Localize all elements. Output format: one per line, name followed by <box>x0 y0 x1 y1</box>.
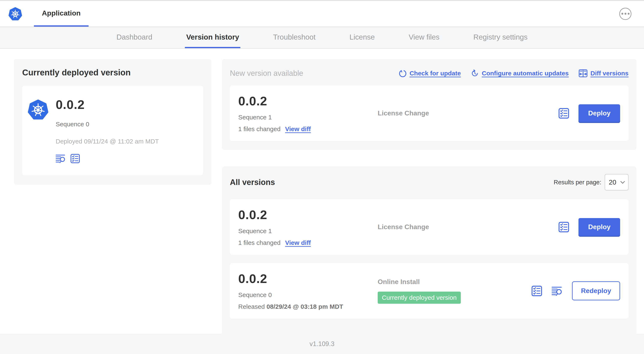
version-row: 0.0.2 Sequence 0 Released 08/29/24 @ 03:… <box>230 263 628 319</box>
currently-deployed-title: Currently deployed version <box>22 68 203 77</box>
console-version: v1.109.3 <box>310 340 334 348</box>
kubernetes-logo-icon <box>8 7 22 21</box>
tab-version-history[interactable]: Version history <box>185 27 240 48</box>
kubernetes-logo-icon <box>28 99 48 120</box>
released-date: 08/29/24 @ 03:18 pm MDT <box>266 303 343 310</box>
app-footer: v1.109.3 <box>0 334 644 354</box>
new-version-card: 0.0.2 Sequence 1 1 files changed View di… <box>230 86 628 141</box>
version-source: Online Install <box>378 278 531 286</box>
preflight-checklist-icon[interactable] <box>558 108 569 119</box>
view-diff-link[interactable]: View diff <box>285 239 311 246</box>
all-versions-panel: All versions Results per page: 20 0.0.2 … <box>222 167 636 337</box>
tab-view-files[interactable]: View files <box>408 27 441 48</box>
version-source: License Change <box>378 223 558 231</box>
version-label: 0.0.2 <box>238 271 378 286</box>
preflight-checklist-icon[interactable] <box>531 285 542 296</box>
app-logo <box>8 1 22 27</box>
new-version-title: New version available <box>230 69 303 78</box>
currently-deployed-panel: Currently deployed version <box>14 59 212 185</box>
view-logs-icon[interactable] <box>552 286 563 296</box>
redeploy-button[interactable]: Redeploy <box>572 281 620 300</box>
tab-dashboard[interactable]: Dashboard <box>115 27 154 48</box>
version-label: 0.0.2 <box>238 208 378 222</box>
more-options-button[interactable] <box>619 8 632 20</box>
tab-registry-settings[interactable]: Registry settings <box>472 27 529 48</box>
tab-troubleshoot[interactable]: Troubleshoot <box>272 27 317 48</box>
version-released: Released 08/29/24 @ 03:18 pm MDT <box>238 303 378 310</box>
deploy-button[interactable]: Deploy <box>578 104 620 122</box>
new-version-panel: New version available Check for update <box>222 59 636 150</box>
refresh-icon <box>399 69 406 77</box>
app-tab-label: Application <box>42 9 80 17</box>
all-versions-title: All versions <box>230 178 275 187</box>
version-label: 0.0.2 <box>238 94 378 108</box>
preflight-checklist-icon[interactable] <box>558 222 569 232</box>
main-content: Currently deployed version <box>0 49 644 337</box>
preflight-checklist-icon[interactable] <box>70 154 80 163</box>
files-changed-label: 1 files changed <box>238 126 280 133</box>
app-subnav: Dashboard Version history Troubleshoot L… <box>0 27 644 49</box>
version-sequence: Sequence 1 <box>238 227 378 235</box>
tab-license[interactable]: License <box>348 27 376 48</box>
deploy-button[interactable]: Deploy <box>578 218 620 236</box>
diff-versions-link[interactable]: Diff versions <box>579 69 628 78</box>
app-icon <box>28 99 48 163</box>
app-tab[interactable]: Application <box>34 1 88 27</box>
schedule-update-icon <box>471 69 479 77</box>
chevron-down-icon <box>620 181 625 184</box>
version-row: 0.0.2 Sequence 1 1 files changed View di… <box>230 199 628 255</box>
files-changed-label: 1 files changed <box>238 239 280 246</box>
currently-deployed-badge: Currently deployed version <box>378 291 461 304</box>
diff-icon <box>579 69 588 78</box>
results-per-page-label: Results per page: <box>554 179 601 186</box>
configure-automatic-updates-link[interactable]: Configure automatic updates <box>471 69 569 77</box>
version-sequence: Sequence 0 <box>238 291 378 298</box>
ellipsis-icon <box>622 13 623 15</box>
app-header: Application <box>0 1 644 27</box>
deployed-sequence: Sequence 0 <box>56 121 159 128</box>
check-for-update-link[interactable]: Check for update <box>399 69 461 77</box>
deployed-timestamp: Deployed 09/11/24 @ 11:02 am MDT <box>56 138 159 145</box>
view-diff-link[interactable]: View diff <box>285 126 311 133</box>
results-per-page-select[interactable]: 20 <box>605 174 628 190</box>
version-source: License Change <box>378 109 558 117</box>
view-logs-icon[interactable] <box>56 154 66 163</box>
deployed-version: 0.0.2 <box>56 97 159 112</box>
version-sequence: Sequence 1 <box>238 114 378 121</box>
currently-deployed-card: 0.0.2 Sequence 0 Deployed 09/11/24 @ 11:… <box>22 86 203 175</box>
